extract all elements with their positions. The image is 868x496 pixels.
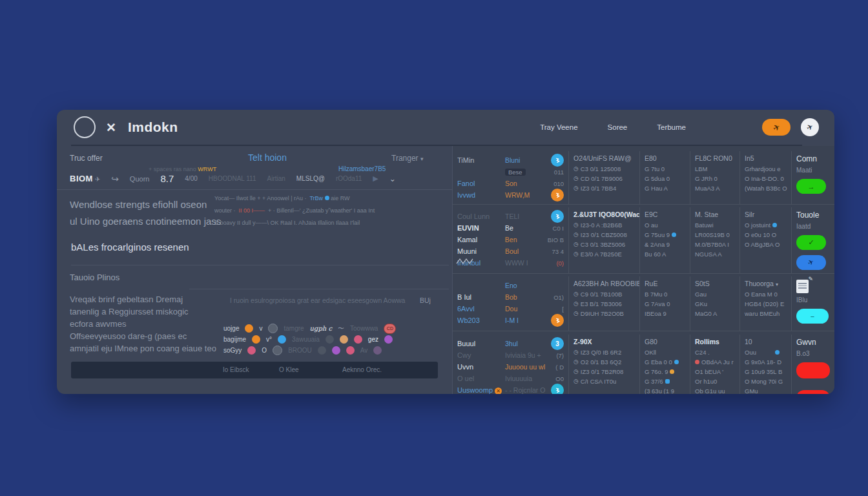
faint-dot-icon[interactable]	[318, 346, 326, 355]
bird-icon: ✈	[771, 121, 782, 133]
section-heading: bALes frocarlginos resenen	[71, 242, 189, 253]
mini-row-3: B boavy II dull y——\ OK Raal I. AhJaia I…	[214, 217, 375, 229]
accept-button[interactable]: ✓	[796, 235, 826, 250]
reject-button[interactable]: →	[796, 390, 830, 394]
person-icon	[551, 189, 564, 202]
blue-square-icon	[665, 379, 670, 384]
purple-faint-dot-icon[interactable]	[373, 346, 382, 355]
nav-item-2[interactable]: Soree	[608, 123, 628, 131]
sort-dropdown[interactable]: Tranger ▾	[391, 154, 423, 163]
tag-row-3: soGyy O BROOU Av	[223, 345, 396, 356]
chevron-down-icon[interactable]: ▾	[776, 282, 778, 287]
table-row-block-1: TiMin Bluni Bese 011 Fanol Son 010 Ivvwd…	[453, 146, 834, 205]
table-row-block-3: Eno B Iul Bob O1) 6Avvl Dou [ Wb203 I-M …	[453, 274, 834, 331]
pink-dot-icon[interactable]	[354, 335, 362, 344]
orange-dot-icon[interactable]	[245, 324, 253, 333]
results-table: TiMin Bluni Bese 011 Fanol Son 010 Ivvwd…	[452, 146, 834, 394]
paragraph: Vreqak brinf gebeltasn Dremaj tanenlig a…	[70, 293, 216, 355]
logo-circle-icon	[74, 116, 96, 138]
divider-2	[71, 265, 449, 265]
stat-cell: M. Stae Batuwi LR00S19B 0 M.0/B7B0A I NG…	[690, 207, 740, 273]
clock-icon: ◷	[574, 367, 579, 377]
stat-cell: In5 Grhardjoou e O Ina-B-DO. 0 (Watah B3…	[740, 151, 792, 204]
dark-dot-icon[interactable]	[268, 324, 278, 333]
center-link[interactable]: Telt hoion	[248, 152, 287, 163]
purple-dot-icon[interactable]	[332, 346, 340, 355]
clock-icon: ◷	[574, 357, 579, 367]
red-badge-icon[interactable]: CD	[384, 324, 396, 334]
zigzag-icon	[455, 257, 475, 265]
footer-item-2[interactable]: O Klee	[279, 366, 299, 373]
confirm-button[interactable]: →	[796, 179, 826, 194]
clock-icon: ◷	[574, 299, 579, 309]
orange-dot-icon[interactable]	[252, 335, 260, 344]
left-section: Truc offer Telt hoion Tranger ▾ + spaces…	[57, 146, 452, 394]
clock-icon: ◷	[574, 289, 579, 299]
tan-dot-icon[interactable]	[340, 335, 348, 344]
action-cell: Touole Iaatd ✓ ✈	[792, 207, 834, 273]
clock-icon: ◷	[574, 174, 579, 183]
flight-row: BIOM ✈ ↪ Quorn 8.7 4/00 HBOODNAL 111 Air…	[70, 173, 396, 184]
purple-dot-icon[interactable]	[384, 335, 393, 344]
flight-item2: MLSLQ@	[296, 175, 325, 182]
small-note: + spaces ras nano WRWT	[149, 166, 216, 172]
tag-row-2: bagijme v° 3awuuaia gez	[223, 334, 396, 345]
blue-dot-icon	[775, 350, 780, 355]
clock-icon: ◷	[574, 164, 579, 174]
cancel-button[interactable]	[796, 362, 830, 378]
flight-faint1: HBOODNAL 111	[209, 175, 256, 182]
header-circle-button[interactable]: ✈	[801, 118, 819, 136]
stat-cell: Rollims C24 . OBdAA Ju r O1 bEUA ' Or h1…	[690, 335, 740, 394]
clock-icon: ◷	[574, 347, 579, 357]
dark-dot-icon[interactable]	[273, 346, 282, 355]
plane-icon: ✈	[805, 121, 814, 132]
send-button[interactable]: ✈	[796, 255, 826, 270]
blue-dot-icon	[772, 223, 777, 227]
desc-line-1: Wendlose strengts efiohll oseon	[70, 199, 207, 210]
check-icon: ✓	[808, 238, 814, 247]
clock-icon: ◷	[574, 240, 579, 249]
app-window: ✕ Imdokn Tray Veene Soree Terbume ✈ ✈ Tr…	[57, 110, 834, 394]
divider-1	[57, 189, 452, 190]
pink-dot-icon[interactable]	[247, 346, 256, 355]
mini-rows: Yocat— Ilwot lle + + Anoowel | rAu · TrB…	[214, 192, 375, 229]
log-cell: A623BH Ah RBOOBIB ◷C9 0/1 7B100B ◷E3 B/1…	[569, 276, 640, 331]
left-footer-bar: Io Eibsck O Klee Aeknno Orec.	[71, 362, 438, 378]
plane-icon: ✈	[807, 258, 816, 268]
stat-cell: E80 G 7tu 0 G 5dua 0 G Hau A	[640, 151, 690, 204]
header-orange-button[interactable]: ✈	[762, 119, 790, 136]
mini-row-2: wouter · II 00 I—— + · BillenIl—' ¿Zuata…	[214, 205, 375, 217]
flight-faint2: Airtian	[267, 175, 285, 182]
action-cell: ✎ IBlu −	[792, 276, 834, 331]
people-cell: Buuul 3hul 3 Cwy Iviviaia 9u + (7) Uvvn …	[453, 335, 569, 394]
blue-dot-icon[interactable]	[278, 335, 286, 344]
panel-body: Truc offer Telt hoion Tranger ▾ + spaces…	[57, 146, 834, 394]
blue-dot-icon	[674, 360, 679, 364]
stat-cell: S0tS Gau GKu MaG0 A	[690, 276, 740, 331]
action-cell: Comn Maati →	[792, 151, 834, 204]
nav-item-1[interactable]: Tray Veene	[540, 123, 577, 131]
close-icon[interactable]: ✕	[495, 388, 502, 395]
person-icon	[551, 384, 564, 394]
stat-cell: G80 OKll G Eba 0 0 G 76o. 9 G 37/6 (3 63…	[640, 335, 690, 394]
remove-button[interactable]: −	[796, 309, 829, 324]
nav-item-3[interactable]: Terbume	[657, 123, 686, 131]
stat-cell: RuE B 7Mu 0 G 7Ava 0 IBEoa 9	[640, 276, 690, 331]
log-cell: O24/UniFS RAW@ ◷C3 0/1 125008 ◷CD 0/1 7B…	[569, 151, 640, 204]
expand-chevron-icon[interactable]: ⌄	[389, 174, 396, 183]
divider-3	[189, 289, 449, 289]
table-row-block-4: Buuul 3hul 3 Cwy Iviviaia 9u + (7) Uvvn …	[453, 331, 834, 394]
flight-item1: Quorn	[130, 175, 150, 183]
footer-item-1[interactable]: Io Eibsck	[223, 366, 249, 373]
stat-cell: E9C O au G 75uu 9 & 2Ana 9 Bu 60 A	[640, 207, 690, 273]
footer-item-3[interactable]: Aeknno Orec.	[342, 366, 382, 373]
plane-small-icon: ✈	[95, 176, 100, 183]
play-icon[interactable]: ▶	[373, 174, 378, 183]
mini-row-1: Yocat— Ilwot lle + + Anoowel | rAu · TrB…	[214, 192, 375, 205]
pink-dot-icon[interactable]	[346, 346, 355, 355]
faint-dot-icon[interactable]	[326, 335, 334, 344]
tag-rows: uojge v tamgre ugph c 〜 Toowwwa CD bagij…	[223, 323, 396, 356]
small-link[interactable]: Hilzamsbaer7B5	[338, 165, 386, 172]
app-title: Imdokn	[128, 119, 178, 135]
top-label: Truc offer	[70, 154, 103, 163]
